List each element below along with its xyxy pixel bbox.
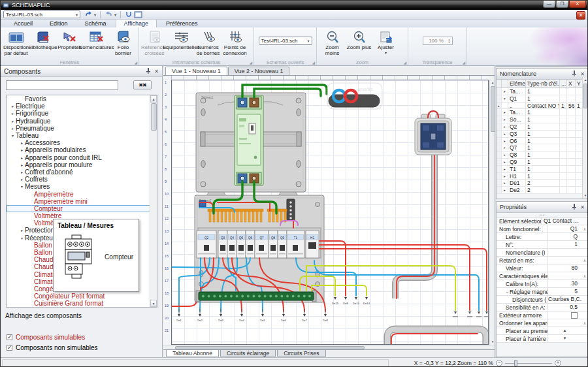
property-row[interactable]: Réglage magnét 5 bbox=[497, 288, 588, 296]
expand-arrow-icon[interactable]: ▸ bbox=[19, 148, 25, 152]
tree-item[interactable]: ▸ Coffrets bbox=[7, 176, 157, 183]
expand-arrow-icon[interactable]: ▸ bbox=[502, 159, 508, 165]
transparency-spinner[interactable]: 100 % ▲▼ bbox=[423, 37, 453, 45]
tree-item[interactable]: Ampèremètre bbox=[7, 190, 157, 197]
nomenclature-row[interactable]: ▸ De2 2 bbox=[497, 187, 588, 194]
collapse-chevron-icon[interactable]: ∧ bbox=[581, 258, 588, 263]
property-value[interactable]: 5 bbox=[547, 288, 581, 295]
circuit-breaker-row[interactable]: Q2 Q3 Q4 Q5 Q6 Q7 Q8 Q9 T1 H1 bbox=[197, 231, 319, 258]
expand-arrow-icon[interactable]: ▸ bbox=[10, 119, 16, 123]
nomenclature-row[interactable]: ▸ Q6 1 bbox=[497, 138, 588, 145]
property-row[interactable]: Nomenclature (I bbox=[497, 249, 588, 257]
nomenclature-column-headers[interactable]: Elément Type-nb d'él... ... X Y bbox=[497, 80, 588, 88]
property-value[interactable]: Q bbox=[547, 233, 581, 240]
property-row[interactable]: Placer au premie ▲ bbox=[497, 327, 588, 335]
folio-bornier-button[interactable]: Folio bornier bbox=[110, 29, 137, 57]
search-input[interactable] bbox=[6, 80, 118, 90]
nomenclature-row[interactable]: ▸ Q3 1 bbox=[497, 131, 588, 138]
nomenclature-row[interactable]: ▸ H1 1 bbox=[497, 173, 588, 180]
zoom-in-icon[interactable]: + bbox=[555, 360, 561, 366]
property-row[interactable]: Extérieur armoire bbox=[497, 311, 588, 319]
property-value[interactable]: Q1 Contact ... bbox=[541, 217, 581, 225]
expand-arrow-icon[interactable]: ▾ bbox=[19, 184, 25, 189]
chevron-down-icon[interactable]: ▾ bbox=[307, 39, 309, 43]
meter-module[interactable] bbox=[235, 95, 263, 185]
pin-icon[interactable] bbox=[572, 71, 577, 78]
slider-thumb[interactable] bbox=[514, 360, 517, 366]
tab-affichage[interactable]: Affichage bbox=[116, 19, 157, 27]
checkbox-checked-icon[interactable] bbox=[7, 345, 12, 351]
terminal-numbers-button[interactable]: Numéros de bornes bbox=[195, 29, 221, 57]
maximize-button[interactable]: ❐ bbox=[556, 1, 568, 8]
expand-arrow-icon[interactable]: ▾ bbox=[502, 95, 508, 102]
collapse-chevron-icon[interactable]: ∧ bbox=[581, 227, 588, 231]
expand-arrow-icon[interactable]: ▸ bbox=[19, 163, 25, 167]
expand-arrow-icon[interactable]: ▸ bbox=[502, 123, 508, 130]
close-button[interactable]: ✕ bbox=[569, 1, 586, 8]
sheet-tab-circuits-prises[interactable]: Circuits Prises bbox=[277, 350, 325, 357]
property-value[interactable]: ▲ bbox=[547, 327, 581, 334]
scroll-up-icon[interactable]: ▲ bbox=[583, 77, 588, 83]
property-row[interactable]: Nom fonctionnel: Q1 ∧ bbox=[497, 225, 588, 233]
nomenclature-row[interactable]: ▸ Ta... 1 bbox=[497, 88, 588, 95]
clear-search-button[interactable]: ✖✖ bbox=[133, 80, 152, 89]
fit-button[interactable]: Ajuster ▾ bbox=[372, 29, 399, 55]
tree-item[interactable]: ▸ Appareils pour moulure bbox=[7, 161, 157, 168]
document-close-button[interactable]: ✕ bbox=[576, 11, 585, 20]
tree-item[interactable]: ▾ Tableau bbox=[7, 132, 157, 139]
property-row[interactable]: Sensibilité en A: 0,5 bbox=[497, 304, 588, 311]
property-row[interactable]: Calibre In(A): 30 bbox=[497, 280, 588, 288]
undo-dropdown-icon[interactable]: ▾ bbox=[94, 12, 96, 17]
earth-terminal-bar[interactable] bbox=[196, 291, 316, 302]
expand-arrow-icon[interactable]: ▸ bbox=[502, 187, 508, 193]
expand-arrow-icon[interactable]: ▸ bbox=[10, 104, 16, 108]
tree-item[interactable]: ▸ Appareils modulaires bbox=[7, 146, 157, 153]
tree-item[interactable]: ▸ Appareils pour conduit IRL bbox=[7, 154, 157, 161]
expand-arrow-icon[interactable] bbox=[502, 103, 508, 109]
property-value[interactable]: 30 bbox=[547, 280, 581, 287]
expand-arrow-icon[interactable]: ▸ bbox=[502, 173, 508, 180]
expand-arrow-icon[interactable]: ▸ bbox=[19, 228, 25, 232]
document-combo[interactable]: Test-IRL-03.sch ▾ bbox=[3, 10, 80, 18]
zoom-out-button[interactable]: Zoom moins bbox=[319, 29, 346, 57]
schematic-paper[interactable]: Tableau2 bbox=[171, 80, 489, 345]
property-row[interactable]: Placer à l'arrière ▼ bbox=[497, 335, 588, 343]
pin-icon[interactable] bbox=[146, 68, 151, 75]
nomenclature-row[interactable]: ▸ Q8 1 bbox=[497, 152, 588, 159]
property-value[interactable] bbox=[547, 319, 581, 327]
nomenclature-row[interactable]: ▸ Q2 1 bbox=[497, 123, 588, 131]
tree-item[interactable]: ▸ Electrique bbox=[7, 103, 157, 110]
equipotentials-button[interactable]: Equipotentielles bbox=[168, 29, 195, 51]
non-simulable-checkbox-row[interactable]: Composants non simulables bbox=[7, 344, 98, 351]
undo-icon[interactable] bbox=[84, 11, 93, 18]
tree-item[interactable]: Ampèremètre mini bbox=[7, 198, 157, 205]
property-value[interactable] bbox=[547, 311, 581, 319]
minimize-button[interactable]: — bbox=[543, 1, 555, 8]
tree-item[interactable]: ▸ Accessoires bbox=[7, 139, 157, 146]
connector-icon[interactable] bbox=[125, 11, 133, 18]
property-row[interactable]: Valeur: 80 bbox=[497, 264, 588, 272]
tab-schema[interactable]: Schéma bbox=[77, 20, 114, 27]
nomenclature-row[interactable]: ▸ Q7 1 bbox=[497, 144, 588, 152]
dialog-launcher-icon[interactable]: ◢ bbox=[134, 60, 137, 65]
collapse-chevron-icon[interactable]: ∧ bbox=[581, 274, 588, 278]
tab-preferences[interactable]: Préférences bbox=[158, 20, 206, 27]
nomenclature-row[interactable]: ▸ So... 1 bbox=[497, 116, 588, 123]
scrollbar-thumb[interactable] bbox=[583, 84, 587, 108]
library-button[interactable]: Bibliothèque bbox=[29, 29, 56, 51]
tab-accueil[interactable]: Accueil bbox=[6, 20, 41, 27]
spinner-arrows-icon[interactable]: ▲▼ bbox=[448, 39, 451, 43]
nomenclature-row[interactable]: ▸ T1 1 bbox=[497, 166, 588, 173]
expand-arrow-icon[interactable]: ▸ bbox=[19, 140, 25, 145]
expand-arrow-icon[interactable]: ▸ bbox=[502, 180, 508, 186]
scroll-down-icon[interactable]: ▼ bbox=[583, 193, 588, 199]
property-row[interactable]: Ordonner les appareils ∧ bbox=[497, 319, 588, 327]
expand-arrow-icon[interactable]: ▸ bbox=[502, 88, 508, 95]
expand-arrow-icon[interactable]: ▸ bbox=[502, 166, 508, 172]
zoom-out-icon[interactable]: − bbox=[496, 360, 502, 366]
simulable-checkbox-row[interactable]: Composants simulables bbox=[7, 334, 85, 341]
expand-arrow-icon[interactable]: ▾ bbox=[19, 236, 25, 240]
tree-scrollbar[interactable]: ▲ ▼ bbox=[150, 95, 157, 307]
tree-item[interactable]: Congélateur Petit format bbox=[7, 293, 157, 300]
property-row[interactable]: Lettre: Q bbox=[497, 233, 588, 241]
